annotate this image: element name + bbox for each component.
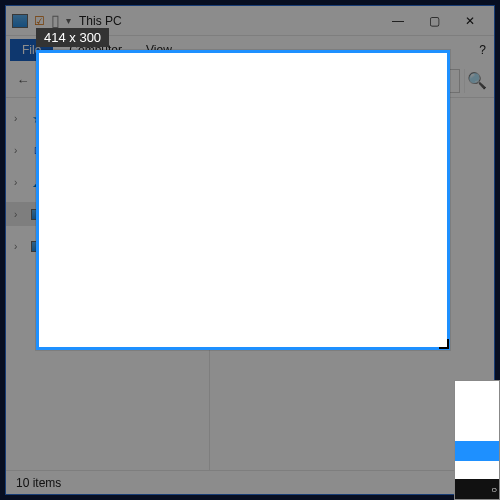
toolbar-dark-row: ○ (455, 479, 499, 499)
explorer-icon (12, 14, 28, 28)
qat-dropdown-icon[interactable]: ▾ (66, 15, 71, 26)
back-button[interactable]: ← (12, 70, 34, 92)
search-icon[interactable]: 🔍 (464, 69, 488, 93)
qat-checkbox-icon[interactable]: ☑ (34, 14, 45, 28)
toolbar-dot-icon[interactable]: ○ (491, 484, 497, 495)
window-title: This PC (79, 14, 122, 28)
resize-handle[interactable] (435, 335, 449, 349)
capture-dimension-label: 414 x 300 (36, 28, 109, 47)
expand-icon[interactable]: › (14, 177, 24, 188)
expand-icon[interactable]: › (14, 145, 24, 156)
maximize-button[interactable]: ▢ (416, 7, 452, 35)
help-button[interactable]: ? (471, 39, 494, 61)
capture-toolbar[interactable]: ○ (454, 380, 500, 500)
expand-icon[interactable]: › (14, 113, 24, 124)
toolbar-highlight[interactable] (455, 441, 499, 461)
expand-icon[interactable]: › (14, 241, 24, 252)
minimize-button[interactable]: — (380, 7, 416, 35)
status-bar: 10 items (6, 470, 494, 494)
item-count: 10 items (16, 476, 61, 490)
capture-region[interactable] (36, 50, 450, 350)
close-button[interactable]: ✕ (452, 7, 488, 35)
expand-icon[interactable]: › (14, 209, 24, 220)
